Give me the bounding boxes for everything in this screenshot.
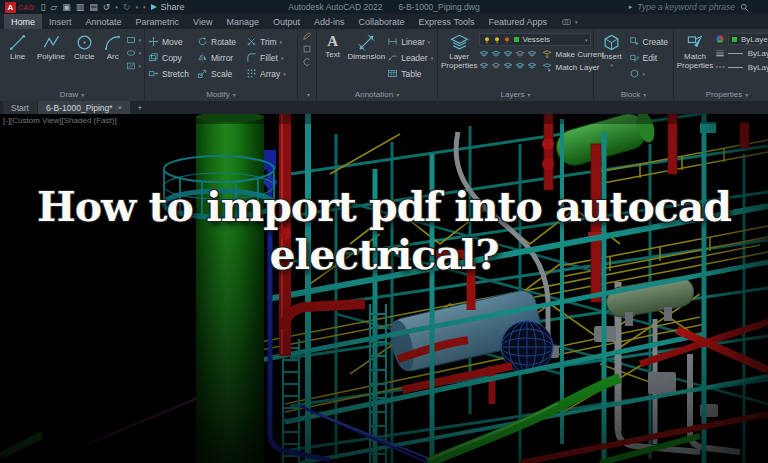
table-tool[interactable]: Table: [387, 66, 434, 81]
search-prompt-icon: ▸: [629, 3, 633, 11]
viewport-controls-label[interactable]: [-][Custom View][Shaded (Fast)]: [3, 116, 117, 125]
qat-customize-icon[interactable]: ▾: [143, 0, 146, 14]
match-properties-icon: [686, 33, 705, 52]
object-color-dropdown[interactable]: ByLayer▾: [728, 33, 768, 45]
tab-drawing[interactable]: 6-B-1000_Piping* ×: [38, 101, 130, 114]
insert-block-tool[interactable]: Insert▾: [597, 31, 627, 68]
fillet-tool[interactable]: Fillet▾: [246, 50, 293, 65]
arc-tool[interactable]: Arc: [101, 31, 124, 62]
piping-model-canvas[interactable]: [0, 114, 768, 463]
search-box[interactable]: ▸ Type a keyword or phrase: [629, 2, 763, 12]
copy-tool[interactable]: Copy: [148, 50, 195, 65]
panel-label-block[interactable]: Block: [594, 88, 673, 101]
tab-add-ins[interactable]: Add-ins: [307, 14, 352, 29]
tab-output[interactable]: Output: [266, 14, 307, 29]
panel-modify: Move Copy Stretch Rotate Mirror Scale Tr…: [145, 29, 298, 101]
save-icon[interactable]: ▣: [62, 0, 71, 14]
rotate-tool[interactable]: Rotate: [197, 34, 244, 49]
circle-tool[interactable]: Circle: [70, 31, 99, 62]
layer-tool-icon[interactable]: [515, 49, 525, 59]
mirror-tool[interactable]: Mirror: [197, 50, 244, 65]
text-tool[interactable]: AText: [320, 31, 345, 59]
linetype-dropdown[interactable]: ByLayer: [715, 61, 768, 73]
close-icon[interactable]: ×: [118, 103, 123, 112]
rectangle-tool[interactable]: ▾: [126, 35, 141, 45]
layer-tool-icon[interactable]: [491, 61, 501, 71]
share-button[interactable]: Share: [151, 2, 184, 12]
tab-view[interactable]: View: [186, 14, 219, 29]
tab-annotate[interactable]: Annotate: [79, 14, 129, 29]
panel-label-modify[interactable]: Modify: [145, 88, 297, 101]
app-title: Autodesk AutoCAD 2022: [288, 2, 382, 12]
undo-dropdown-icon[interactable]: ▾: [115, 0, 118, 14]
layer-tool-icon[interactable]: [479, 61, 489, 71]
c-shape-icon: [302, 57, 312, 67]
create-block-tool[interactable]: Create: [629, 34, 670, 49]
panel-label-draw[interactable]: Draw: [0, 88, 144, 101]
open-file-icon[interactable]: ▱: [50, 0, 57, 14]
new-drawing-icon[interactable]: +: [131, 101, 148, 114]
autocad-logo[interactable]: A CAD: [5, 2, 34, 13]
layer-tool-icon[interactable]: [503, 61, 513, 71]
save-as-icon[interactable]: ▥: [76, 0, 85, 14]
table-icon: [387, 68, 398, 79]
layer-tool-icon[interactable]: [503, 49, 513, 59]
tab-express-tools[interactable]: Express Tools: [412, 14, 482, 29]
leader-tool[interactable]: Leader▾: [387, 50, 434, 65]
drawing-viewport[interactable]: [-][Custom View][Shaded (Fast)]: [0, 114, 768, 463]
insert-block-icon: [602, 33, 621, 52]
array-tool[interactable]: Array▾: [246, 66, 293, 81]
pencil-icon: [302, 31, 312, 41]
chevron-down-icon: ▾: [585, 37, 588, 43]
tab-home[interactable]: Home: [4, 14, 42, 29]
search-icon[interactable]: [740, 3, 749, 12]
tab-collaborate[interactable]: Collaborate: [352, 14, 412, 29]
linear-dimension-tool[interactable]: Linear▾: [387, 34, 434, 49]
redo-icon[interactable]: ↻: [123, 0, 131, 14]
trim-tool[interactable]: Trim▾: [246, 34, 293, 49]
ellipse-tool[interactable]: ▾: [126, 48, 141, 58]
tab-start[interactable]: Start: [3, 101, 37, 114]
layer-dropdown[interactable]: Vessels ▾: [479, 33, 591, 46]
panel-label-properties[interactable]: Properties: [674, 88, 768, 101]
hatch-tool[interactable]: ▾: [126, 61, 141, 71]
leader-icon: [387, 52, 398, 63]
tab-featured-apps[interactable]: Featured Apps: [481, 14, 554, 29]
layer-tool-icon[interactable]: [515, 61, 525, 71]
overlay-title: How to import pdf into autocad electrica…: [0, 184, 768, 280]
match-properties-tool[interactable]: Match Properties: [677, 31, 713, 71]
tab-parametric[interactable]: Parametric: [129, 14, 187, 29]
layer-tool-icon[interactable]: [491, 49, 501, 59]
scale-tool[interactable]: Scale: [197, 66, 244, 81]
new-file-icon[interactable]: ▯: [40, 0, 45, 14]
edit-block-tool[interactable]: Edit: [629, 50, 670, 65]
plot-icon[interactable]: ▤: [89, 0, 98, 14]
undo-icon[interactable]: ↺: [103, 0, 111, 14]
panel-label-layers[interactable]: Layers: [438, 88, 593, 101]
dimension-tool[interactable]: Dimension: [347, 31, 385, 62]
match-layer-icon: [542, 62, 552, 72]
ribbon-overflow-button[interactable]: ▾: [554, 14, 585, 29]
move-tool[interactable]: Move: [148, 34, 195, 49]
layer-tool-icon[interactable]: [527, 61, 537, 71]
autocad-logo-icon: A: [5, 2, 16, 13]
ellipse-icon: [126, 48, 136, 58]
lineweight-dropdown[interactable]: ByLayer: [715, 47, 768, 59]
layer-properties-tool[interactable]: Layer Properties: [441, 31, 477, 71]
block-attributes-tool[interactable]: ▾: [629, 66, 670, 81]
erase-tool[interactable]: [302, 44, 312, 54]
panel-properties: Match Properties ByLayer▾ ByLayer ByLaye…: [674, 29, 768, 101]
polyline-tool[interactable]: Polyline: [34, 31, 67, 62]
layer-freeze-icon: [493, 36, 501, 44]
color-wheel-icon[interactable]: [715, 34, 725, 44]
stretch-tool[interactable]: Stretch: [148, 66, 195, 81]
layer-tool-icon[interactable]: [527, 49, 537, 59]
line-tool[interactable]: Line: [3, 31, 32, 62]
panel-label-annotation[interactable]: Annotation: [317, 88, 437, 101]
tab-manage[interactable]: Manage: [219, 14, 266, 29]
tab-insert[interactable]: Insert: [42, 14, 79, 29]
redo-dropdown-icon[interactable]: ▾: [135, 0, 138, 14]
layer-tool-icon[interactable]: [479, 49, 489, 59]
break-tool[interactable]: [302, 57, 312, 67]
edit-polyline-tool[interactable]: [302, 31, 312, 41]
